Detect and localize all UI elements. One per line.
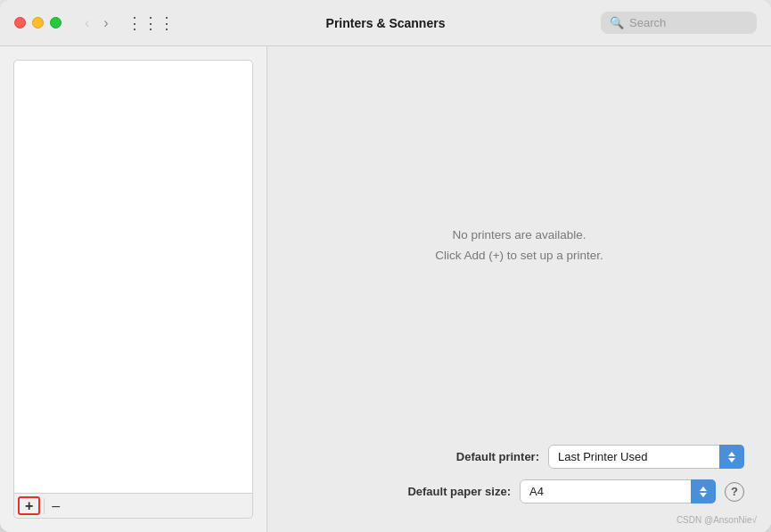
default-printer-select-wrap: Last Printer Used None [548, 445, 744, 469]
forward-button[interactable]: › [98, 12, 113, 34]
maximize-button[interactable] [50, 17, 62, 29]
traffic-lights [14, 17, 62, 29]
default-printer-row: Default printer: Last Printer Used None [267, 445, 771, 469]
search-input[interactable] [629, 16, 748, 29]
remove-printer-button[interactable]: – [45, 494, 67, 518]
watermark: CSDN @AnsonNie√ [677, 515, 757, 525]
printer-list [13, 60, 253, 494]
add-printer-button[interactable]: + [18, 496, 40, 515]
search-bar: 🔍 [601, 12, 757, 34]
list-toolbar: + – [13, 494, 253, 519]
default-paper-row: Default paper size: A4 US Letter US Lega… [267, 479, 771, 503]
window: ‹ › ⋮⋮⋮ Printers & Scanners 🔍 + – No pri… [0, 0, 771, 532]
content: + – No printers are available. Click Add… [0, 46, 771, 532]
help-button[interactable]: ? [725, 482, 744, 502]
empty-message: No printers are available. Click Add (+)… [435, 46, 603, 445]
window-title: Printers & Scanners [326, 16, 446, 30]
titlebar: ‹ › ⋮⋮⋮ Printers & Scanners 🔍 [0, 0, 771, 46]
default-paper-label: Default paper size: [407, 485, 511, 498]
close-button[interactable] [14, 17, 26, 29]
default-printer-label: Default printer: [456, 450, 539, 463]
right-panel: No printers are available. Click Add (+)… [267, 46, 771, 532]
grid-view-button[interactable]: ⋮⋮⋮ [119, 10, 182, 37]
default-paper-select-wrap: A4 US Letter US Legal [520, 479, 716, 503]
default-paper-select[interactable]: A4 US Letter US Legal [520, 479, 716, 503]
default-printer-select[interactable]: Last Printer Used None [548, 445, 744, 469]
search-icon: 🔍 [610, 17, 624, 29]
nav-buttons: ‹ › [79, 12, 114, 34]
back-button[interactable]: ‹ [79, 12, 94, 34]
left-panel: + – [0, 46, 267, 532]
empty-line2: Click Add (+) to set up a printer. [435, 246, 603, 266]
minimize-button[interactable] [32, 17, 44, 29]
grid-icon: ⋮⋮⋮ [127, 14, 175, 32]
empty-line1: No printers are available. [452, 225, 586, 246]
